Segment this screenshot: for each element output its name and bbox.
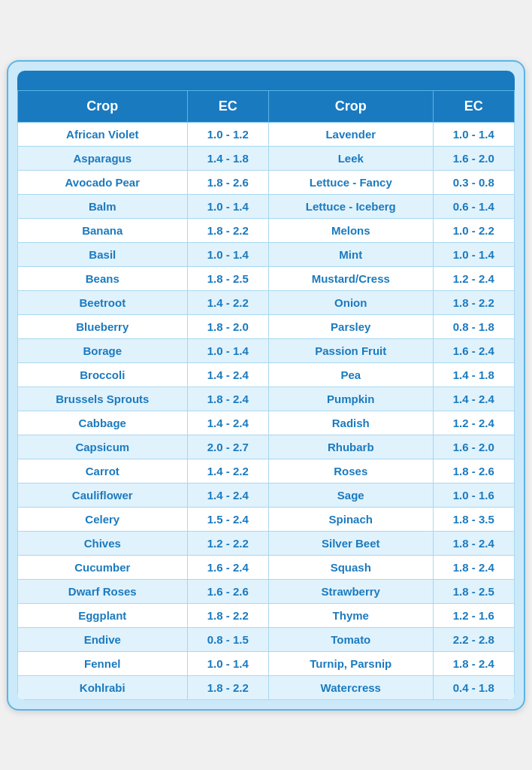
crop-name: Fennel: [18, 651, 188, 675]
ec-value: 1.4 - 2.4: [433, 387, 514, 411]
crop-name: Lettuce - Fancy: [269, 170, 433, 194]
crop-name: Rhubarb: [269, 435, 433, 459]
ec-value: 1.8 - 2.5: [433, 579, 514, 603]
table-row: Fennel1.0 - 1.4Turnip, Parsnip1.8 - 2.4: [18, 651, 515, 675]
ec-value: 1.5 - 2.4: [187, 507, 268, 531]
table-row: Chives1.2 - 2.2Silver Beet1.8 - 2.4: [18, 531, 515, 555]
table-row: Beetroot1.4 - 2.2Onion1.8 - 2.2: [18, 290, 515, 314]
crop-name: Silver Beet: [269, 531, 433, 555]
table-row: Balm1.0 - 1.4Lettuce - Iceberg0.6 - 1.4: [18, 194, 515, 218]
table-row: Beans1.8 - 2.5Mustard/Cress1.2 - 2.4: [18, 266, 515, 290]
ec-value: 1.0 - 1.2: [187, 122, 268, 146]
ec-value: 1.6 - 2.0: [433, 435, 514, 459]
ec-value: 1.8 - 2.4: [433, 555, 514, 579]
table-row: Borage1.0 - 1.4Passion Fruit1.6 - 2.4: [18, 338, 515, 362]
table-row: Banana1.8 - 2.2Melons1.0 - 2.2: [18, 218, 515, 242]
table-row: Dwarf Roses1.6 - 2.6Strawberry1.8 - 2.5: [18, 579, 515, 603]
table-wrapper: Crop EC Crop EC African Violet1.0 - 1.2L…: [17, 90, 515, 700]
table-row: Avocado Pear1.8 - 2.6Lettuce - Fancy0.3 …: [18, 170, 515, 194]
crop-name: Beans: [18, 266, 188, 290]
ec-value: 1.4 - 1.8: [433, 362, 514, 387]
table-row: Basil1.0 - 1.4Mint1.0 - 1.4: [18, 242, 515, 266]
crop-name: Melons: [269, 218, 433, 242]
ec-value: 1.8 - 2.4: [187, 387, 268, 411]
table-row: Brussels Sprouts1.8 - 2.4Pumpkin1.4 - 2.…: [18, 387, 515, 411]
ec-value: 1.0 - 1.6: [433, 483, 514, 507]
crop-name: Borage: [18, 338, 188, 362]
table-row: Capsicum2.0 - 2.7Rhubarb1.6 - 2.0: [18, 435, 515, 459]
crop-name: Broccoli: [18, 362, 188, 387]
crop-name: Mint: [269, 242, 433, 266]
crop-name: Lavender: [269, 122, 433, 146]
table-row: Carrot1.4 - 2.2Roses1.8 - 2.6: [18, 459, 515, 483]
crop-name: Mustard/Cress: [269, 266, 433, 290]
crop-name: Passion Fruit: [269, 338, 433, 362]
ec-crop-values-card: Crop EC Crop EC African Violet1.0 - 1.2L…: [7, 60, 525, 711]
crop-name: Beetroot: [18, 290, 188, 314]
table-row: Kohlrabi1.8 - 2.2Watercress0.4 - 1.8: [18, 675, 515, 699]
ec-value: 1.0 - 1.4: [433, 122, 514, 146]
ec-value: 1.0 - 1.4: [187, 242, 268, 266]
ec-value: 1.4 - 2.4: [187, 411, 268, 435]
ec-value: 0.8 - 1.5: [187, 627, 268, 651]
crop-name: Pumpkin: [269, 387, 433, 411]
crop-name: Avocado Pear: [18, 170, 188, 194]
ec-value: 1.0 - 1.4: [187, 338, 268, 362]
ec-value: 1.4 - 2.4: [187, 483, 268, 507]
crop-name: Spinach: [269, 507, 433, 531]
crop-name: Cabbage: [18, 411, 188, 435]
ec-value: 1.0 - 1.4: [187, 194, 268, 218]
header-crop-2: Crop: [269, 90, 433, 122]
table-row: Asparagus1.4 - 1.8Leek1.6 - 2.0: [18, 146, 515, 170]
crop-name: Brussels Sprouts: [18, 387, 188, 411]
ec-value: 2.2 - 2.8: [433, 627, 514, 651]
crop-name: Cucumber: [18, 555, 188, 579]
card-title: [17, 71, 515, 90]
ec-value: 1.8 - 2.5: [187, 266, 268, 290]
table-body: African Violet1.0 - 1.2Lavender1.0 - 1.4…: [18, 122, 515, 699]
table-row: Blueberry1.8 - 2.0Parsley0.8 - 1.8: [18, 314, 515, 338]
crop-name: Lettuce - Iceberg: [269, 194, 433, 218]
ec-value: 1.6 - 2.4: [433, 338, 514, 362]
ec-value: 1.2 - 2.4: [433, 411, 514, 435]
ec-value: 1.6 - 2.0: [433, 146, 514, 170]
crop-name: Kohlrabi: [18, 675, 188, 699]
crop-name: Strawberry: [269, 579, 433, 603]
ec-value: 1.4 - 2.2: [187, 290, 268, 314]
ec-value: 1.4 - 2.4: [187, 362, 268, 387]
ec-value: 1.8 - 2.2: [187, 603, 268, 627]
ec-table: Crop EC Crop EC African Violet1.0 - 1.2L…: [17, 90, 515, 700]
ec-value: 1.8 - 2.6: [433, 459, 514, 483]
ec-value: 1.8 - 2.2: [433, 290, 514, 314]
ec-value: 0.6 - 1.4: [433, 194, 514, 218]
ec-value: 0.4 - 1.8: [433, 675, 514, 699]
crop-name: Onion: [269, 290, 433, 314]
header-ec-2: EC: [433, 90, 514, 122]
crop-name: Squash: [269, 555, 433, 579]
crop-name: Radish: [269, 411, 433, 435]
table-header: Crop EC Crop EC: [18, 90, 515, 122]
header-crop-1: Crop: [18, 90, 188, 122]
crop-name: Watercress: [269, 675, 433, 699]
table-row: Cauliflower1.4 - 2.4Sage1.0 - 1.6: [18, 483, 515, 507]
ec-value: 1.6 - 2.4: [187, 555, 268, 579]
crop-name: Roses: [269, 459, 433, 483]
crop-name: Eggplant: [18, 603, 188, 627]
ec-value: 1.2 - 2.4: [433, 266, 514, 290]
ec-value: 1.0 - 1.4: [187, 651, 268, 675]
ec-value: 0.8 - 1.8: [433, 314, 514, 338]
table-row: Endive0.8 - 1.5Tomato2.2 - 2.8: [18, 627, 515, 651]
ec-value: 1.8 - 2.0: [187, 314, 268, 338]
ec-value: 1.2 - 1.6: [433, 603, 514, 627]
crop-name: Celery: [18, 507, 188, 531]
crop-name: Blueberry: [18, 314, 188, 338]
ec-value: 1.8 - 2.2: [187, 218, 268, 242]
crop-name: African Violet: [18, 122, 188, 146]
crop-name: Basil: [18, 242, 188, 266]
ec-value: 1.0 - 1.4: [433, 242, 514, 266]
ec-value: 0.3 - 0.8: [433, 170, 514, 194]
crop-name: Balm: [18, 194, 188, 218]
ec-value: 1.0 - 2.2: [433, 218, 514, 242]
crop-name: Chives: [18, 531, 188, 555]
table-row: Cabbage1.4 - 2.4Radish1.2 - 2.4: [18, 411, 515, 435]
